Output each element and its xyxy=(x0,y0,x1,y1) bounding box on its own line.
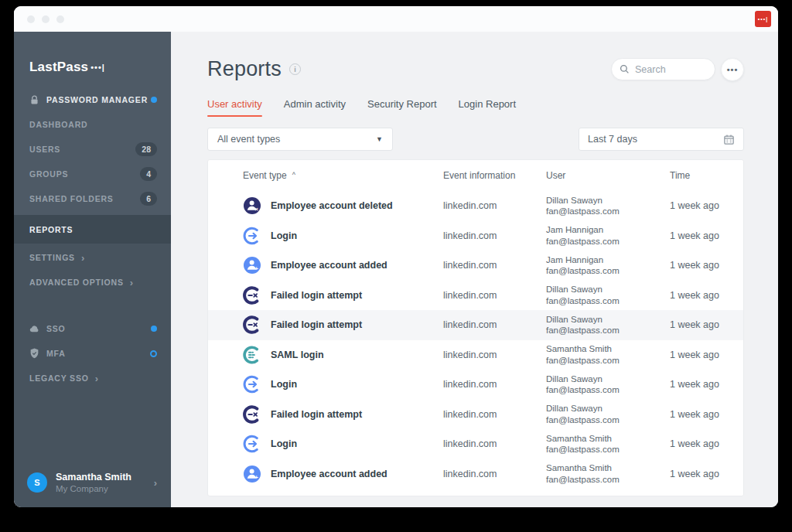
table-row[interactable]: + Employee account added linkedin.com Sa… xyxy=(208,459,743,489)
user-email-text: fan@lastpass.com xyxy=(546,384,670,395)
sidebar-item-label: MFA xyxy=(46,349,66,358)
column-header-label: Event type xyxy=(243,170,287,181)
event-information-cell: linkedin.com xyxy=(443,260,546,271)
user-name-text: Dillan Sawayn xyxy=(546,403,670,414)
event-type-cell: Failed login attempt xyxy=(271,319,443,330)
window-control-dot[interactable] xyxy=(56,15,64,23)
sidebar-item-users[interactable]: USERS 28 xyxy=(14,137,171,162)
sidebar-item-legacy-sso[interactable]: LEGACY SSO › xyxy=(14,366,171,390)
table-row[interactable]: + Employee account added linkedin.com Ja… xyxy=(208,251,743,281)
sort-ascending-icon: ^ xyxy=(292,171,295,179)
info-icon[interactable]: i xyxy=(289,63,301,75)
table-row[interactable]: SAML login linkedin.com Samantha Smith f… xyxy=(208,340,743,370)
login-icon xyxy=(243,227,261,245)
time-cell: 1 week ago xyxy=(670,350,743,360)
tab-user-activity[interactable]: User activity xyxy=(207,98,262,117)
user-name-text: Jam Hannigan xyxy=(546,224,670,235)
page-title: Reports xyxy=(207,57,282,81)
account-switcher[interactable]: S Samantha Smith My Company › xyxy=(14,472,171,493)
sidebar-item-settings[interactable]: SETTINGS › xyxy=(14,245,171,270)
column-header-time[interactable]: Time xyxy=(670,170,743,181)
sidebar-item-label: SETTINGS xyxy=(29,253,75,262)
time-cell: 1 week ago xyxy=(670,290,743,301)
table-row[interactable]: × Employee account deleted linkedin.com … xyxy=(208,191,743,221)
event-type-select[interactable]: All event types ▼ xyxy=(207,128,393,151)
sidebar-item-dashboard[interactable]: DASHBOARD xyxy=(14,112,171,137)
table-row[interactable]: Login linkedin.com Dillan Sawayn fan@las… xyxy=(208,370,743,400)
column-header-user[interactable]: User xyxy=(546,170,670,181)
sidebar-item-groups[interactable]: GROUPS 4 xyxy=(14,162,171,186)
event-type-cell: Employee account added xyxy=(271,469,443,479)
sidebar-item-label: DASHBOARD xyxy=(29,120,87,129)
sidebar-item-password-manager[interactable]: PASSWORD MANAGER xyxy=(14,87,171,112)
event-type-value: All event types xyxy=(217,134,280,145)
tab-admin-activity[interactable]: Admin activity xyxy=(284,98,346,117)
date-range-picker[interactable]: Last 7 days xyxy=(579,128,744,151)
lastpass-extension-icon[interactable]: •••| xyxy=(755,11,771,27)
sidebar-item-advanced-options[interactable]: ADVANCED OPTIONS › xyxy=(14,270,171,295)
sidebar-item-reports[interactable]: REPORTS xyxy=(14,215,171,244)
svg-text:×: × xyxy=(254,206,258,213)
window-control-dot[interactable] xyxy=(42,15,50,23)
sidebar-item-label: SHARED FOLDERS xyxy=(29,194,114,203)
chevron-right-icon: › xyxy=(154,478,157,488)
event-type-cell: Login xyxy=(271,438,443,449)
events-table: Event type ^ Event information User Time… xyxy=(207,159,744,496)
user-name-text: Jam Hannigan xyxy=(546,254,670,265)
event-information-cell: linkedin.com xyxy=(443,438,546,449)
window-control-dot[interactable] xyxy=(27,15,35,23)
sidebar-item-label: GROUPS xyxy=(29,169,68,179)
time-cell: 1 week ago xyxy=(670,409,743,420)
search-icon xyxy=(620,64,630,74)
time-cell: 1 week ago xyxy=(670,438,743,449)
search-input[interactable] xyxy=(635,64,705,75)
sidebar: LastPass •••| PASSWORD MANAGER DASHBOARD xyxy=(14,32,171,507)
sidebar-item-label: LEGACY SSO xyxy=(29,373,89,383)
table-row[interactable]: Login linkedin.com Samantha Smith fan@la… xyxy=(208,429,743,459)
table-row[interactable]: Failed login attempt linkedin.com Dillan… xyxy=(208,400,743,430)
column-header-event-information[interactable]: Event information xyxy=(443,170,546,181)
sidebar-item-label: SSO xyxy=(46,324,66,333)
event-information-cell: linkedin.com xyxy=(443,200,546,211)
table-row[interactable]: Failed login attempt linkedin.com Dillan… xyxy=(208,310,743,340)
tab-login-report[interactable]: Login Report xyxy=(459,98,516,117)
user-name-text: Dillan Sawayn xyxy=(546,373,670,384)
user-email-text: fan@lastpass.com xyxy=(546,295,670,306)
user-email-text: fan@lastpass.com xyxy=(546,325,670,336)
window-controls[interactable] xyxy=(27,15,64,23)
event-information-cell: linkedin.com xyxy=(443,469,546,479)
tab-security-report[interactable]: Security Report xyxy=(367,98,437,117)
user-name-text: Dillan Sawayn xyxy=(546,284,670,295)
status-dot xyxy=(151,97,157,103)
more-options-button[interactable]: ••• xyxy=(721,58,744,81)
svg-text:+: + xyxy=(254,265,258,272)
time-cell: 1 week ago xyxy=(670,469,743,479)
user-email-text: fan@lastpass.com xyxy=(546,444,670,455)
users-count-badge: 28 xyxy=(135,142,157,156)
user-email-text: fan@lastpass.com xyxy=(546,236,670,247)
column-header-event-type[interactable]: Event type ^ xyxy=(243,170,443,181)
user-cell: Samantha Smith fan@lastpass.com xyxy=(546,343,670,366)
event-type-cell: Login xyxy=(271,379,443,390)
sidebar-item-label: REPORTS xyxy=(29,225,73,234)
search-box[interactable] xyxy=(611,58,715,80)
sidebar-item-sso[interactable]: SSO xyxy=(14,316,171,341)
account-added-icon: + xyxy=(243,256,261,275)
browser-titlebar: •••| xyxy=(14,6,778,32)
event-type-cell: SAML login xyxy=(271,350,443,360)
event-type-cell: Failed login attempt xyxy=(271,409,443,420)
table-row[interactable]: Failed login attempt linkedin.com Dillan… xyxy=(208,281,743,311)
lastpass-logo: LastPass •••| xyxy=(14,57,171,77)
calendar-icon xyxy=(723,134,735,145)
table-row[interactable]: Login linkedin.com Jam Hannigan fan@last… xyxy=(208,221,743,251)
user-name-text: Samantha Smith xyxy=(546,343,670,354)
date-range-value: Last 7 days xyxy=(588,134,637,145)
user-cell: Jam Hannigan fan@lastpass.com xyxy=(546,224,670,247)
sidebar-item-label: PASSWORD MANAGER xyxy=(46,95,148,104)
user-cell: Samantha Smith fan@lastpass.com xyxy=(546,462,670,485)
user-cell: Samantha Smith fan@lastpass.com xyxy=(546,433,670,455)
chevron-down-icon: ▼ xyxy=(376,135,383,143)
sidebar-item-shared-folders[interactable]: SHARED FOLDERS 6 xyxy=(14,186,171,211)
shield-check-icon xyxy=(29,348,39,359)
sidebar-item-mfa[interactable]: MFA xyxy=(14,341,171,366)
